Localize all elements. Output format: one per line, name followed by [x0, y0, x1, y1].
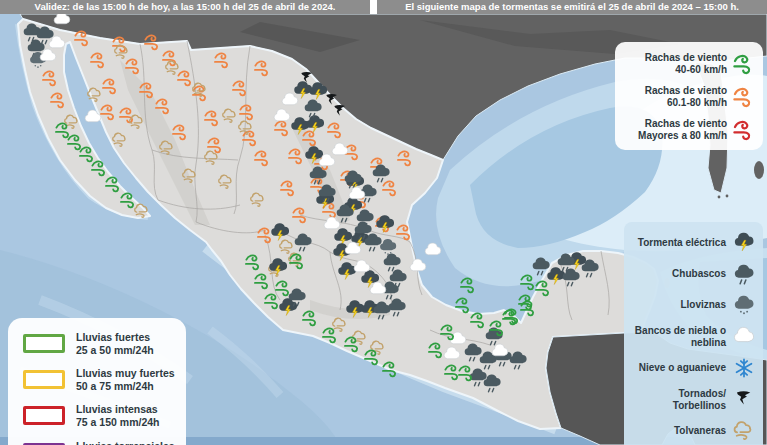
fog-icon — [733, 326, 755, 348]
rain-label: Lluvias torrenciales — [76, 440, 175, 445]
legend-label: Chubascos — [672, 268, 726, 280]
rain-row-very-strong: Lluvias muy fuertes 50 a 75 mm/24h — [23, 367, 176, 392]
wind-gust-label: Rachas de viento — [638, 118, 727, 131]
legend-label: Lloviznas — [680, 299, 726, 311]
showers-icon — [733, 263, 755, 285]
legend-row-snow: Nieve o aguanieve — [632, 357, 755, 379]
legend-label: Tolvaneras — [674, 425, 726, 437]
legend-label: Bancos de niebla o neblina — [632, 325, 726, 348]
header: Validez: de las 15:00 h de hoy, a las 15… — [0, 0, 767, 14]
legend-row-tornado: Tornados/ Torbellinos — [632, 388, 755, 411]
rain-swatch-red — [23, 406, 65, 425]
legend-label: Tornados/ Torbellinos — [632, 388, 726, 411]
wind-icon — [732, 117, 754, 143]
rain-row-torrential: Lluvias torrenciales 150 a 250 mm/24h — [23, 440, 176, 445]
rain-swatch-yellow — [23, 370, 65, 389]
snow-icon — [733, 357, 755, 379]
drizzle-icon — [733, 294, 755, 316]
wind-icon — [732, 84, 754, 110]
rain-range: 50 a 75 mm/24h — [76, 380, 175, 393]
legend-row-drizzle: Lloviznas — [632, 294, 755, 316]
weather-symbol-legend: Tormenta eléctrica Chubascos Lloviznas B… — [624, 222, 763, 445]
rain-intensity-legend: Lluvias fuertes 25 a 50 mm/24h Lluvias m… — [8, 318, 186, 445]
wind-gust-range: 60.1-80 km/h — [645, 97, 727, 110]
wind-gust-legend: Rachas de viento 40-60 km/h Rachas de vi… — [615, 42, 763, 150]
legend-row-thunderstorm: Tormenta eléctrica — [632, 232, 755, 254]
rain-label: Lluvias fuertes — [76, 331, 154, 344]
legend-label: Tormenta eléctrica — [638, 237, 726, 249]
legend-row-showers: Chubascos — [632, 263, 755, 285]
tornado-icon — [733, 390, 755, 410]
storm-icon — [733, 232, 755, 254]
rain-swatch-green — [23, 334, 65, 353]
dust-icon — [733, 420, 755, 442]
wind-gust-label: Rachas de viento — [645, 85, 727, 98]
wind-gust-range: 40-60 km/h — [645, 64, 727, 77]
next-issue-bar: El siguiente mapa de tormentas se emitir… — [377, 0, 767, 14]
wind-gust-row-green: Rachas de viento 40-60 km/h — [623, 51, 754, 77]
rain-row-intense: Lluvias intensas 75 a 150 mm/24h — [23, 403, 176, 428]
validity-bar: Validez: de las 15:00 h de hoy, a las 15… — [0, 0, 370, 14]
legend-row-dust: Tolvaneras — [632, 420, 755, 442]
wind-gust-label: Rachas de viento — [645, 52, 727, 65]
rain-label: Lluvias intensas — [76, 403, 159, 416]
rain-row-strong: Lluvias fuertes 25 a 50 mm/24h — [23, 331, 176, 356]
rain-range: 75 a 150 mm/24h — [76, 416, 159, 429]
wind-gust-range: Mayores a 80 km/h — [638, 130, 727, 143]
legend-label: Nieve o aguanieve — [639, 362, 726, 374]
wind-icon — [732, 51, 754, 77]
rain-range: 25 a 50 mm/24h — [76, 344, 154, 357]
legend-row-fog: Bancos de niebla o neblina — [632, 325, 755, 348]
wind-gust-row-orange: Rachas de viento 60.1-80 km/h — [623, 84, 754, 110]
rain-label: Lluvias muy fuertes — [76, 367, 175, 380]
wind-gust-row-red: Rachas de viento Mayores a 80 km/h — [623, 117, 754, 143]
